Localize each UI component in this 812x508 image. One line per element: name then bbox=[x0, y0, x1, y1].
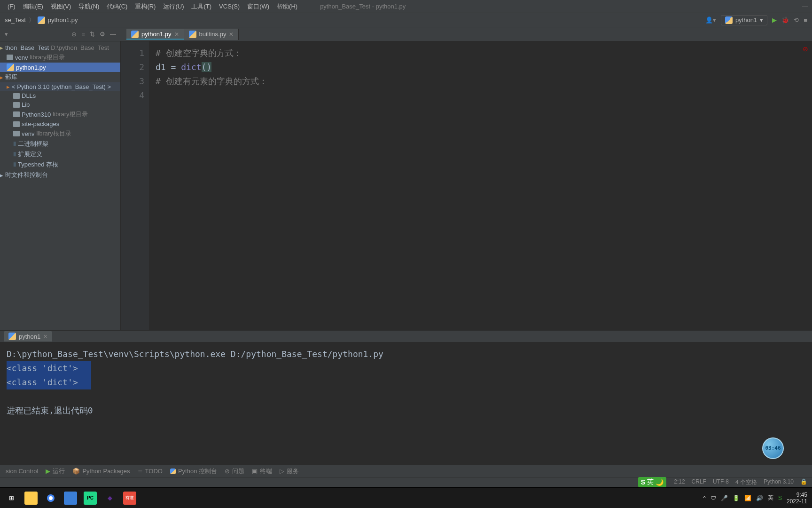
tree-item[interactable]: ⫴ 扩展定义 bbox=[0, 149, 120, 159]
locate-icon[interactable]: ⊕ bbox=[71, 31, 77, 38]
ime-badge[interactable]: S英🌙 bbox=[638, 477, 666, 487]
tree-item[interactable]: ▸ < Python 3.10 (python_Base_Test) > bbox=[0, 82, 120, 91]
taskbar-youdao[interactable]: 有道 bbox=[123, 492, 136, 505]
tool-services[interactable]: ▷服务 bbox=[280, 467, 299, 476]
menu-view[interactable]: 视图(V) bbox=[47, 0, 75, 13]
tool-problems[interactable]: ⊘问题 bbox=[225, 467, 244, 476]
tray-mic-icon[interactable]: 🎤 bbox=[721, 495, 728, 501]
breadcrumb-file[interactable]: python1.py bbox=[48, 16, 78, 24]
dropdown-icon[interactable]: ▾ bbox=[5, 31, 8, 38]
tree-item[interactable]: DLLs bbox=[0, 91, 120, 100]
close-tab-icon[interactable]: ✕ bbox=[229, 31, 234, 38]
tray-wifi-icon[interactable]: 📶 bbox=[744, 495, 751, 501]
breadcrumb-root[interactable]: se_Test bbox=[5, 16, 26, 24]
menu-help[interactable]: 帮助(H) bbox=[273, 0, 301, 13]
run-with-coverage-button[interactable]: ⟲ bbox=[794, 16, 799, 24]
debug-button[interactable]: 🐞 bbox=[781, 16, 789, 24]
editor-tab-python1[interactable]: python1.py ✕ bbox=[126, 29, 184, 40]
run-button[interactable]: ▶ bbox=[772, 16, 777, 24]
close-tab-icon[interactable]: ✕ bbox=[174, 31, 179, 38]
gear-icon[interactable]: ⚙ bbox=[100, 31, 105, 38]
tray-clock[interactable]: 9:45 2022-11 bbox=[787, 492, 807, 505]
menu-navigate[interactable]: 导航(N) bbox=[75, 0, 103, 13]
menu-tools[interactable]: 工具(T) bbox=[187, 0, 215, 13]
tree-item[interactable]: ⫴ Typeshed 存根 bbox=[0, 159, 120, 170]
console-line[interactable]: 进程已结束,退出代码0 bbox=[7, 404, 805, 418]
status-encoding[interactable]: UTF-8 bbox=[713, 478, 729, 486]
console-line[interactable] bbox=[7, 389, 805, 404]
tree-item[interactable]: Python310 library根目录 bbox=[0, 109, 120, 119]
tree-item[interactable]: Lib bbox=[0, 100, 120, 109]
tray-volume-icon[interactable]: 🔊 bbox=[756, 495, 763, 501]
close-run-tab-icon[interactable]: ✕ bbox=[43, 333, 47, 340]
tray-sogou-icon[interactable]: S bbox=[778, 495, 782, 501]
taskbar-task-view[interactable]: ⊞ bbox=[5, 492, 18, 505]
tree-label: < Python 3.10 (python_Base_Test) > bbox=[12, 83, 111, 90]
tool-version-control[interactable]: sion Control bbox=[6, 468, 38, 475]
status-cursor-position[interactable]: 2:12 bbox=[674, 478, 685, 486]
code-line[interactable]: # 创建有元素的字典的方式： bbox=[156, 74, 805, 88]
win-minimize[interactable]: — bbox=[802, 3, 808, 10]
console-line[interactable]: <class 'dict'> bbox=[7, 361, 805, 375]
taskbar-vscode[interactable]: ◆ bbox=[103, 492, 117, 505]
user-icon[interactable]: 👤▾ bbox=[705, 16, 716, 24]
taskbar-explorer[interactable] bbox=[24, 492, 38, 505]
menu-window[interactable]: 窗口(W) bbox=[243, 0, 273, 13]
tool-todo[interactable]: ≣TODO bbox=[138, 468, 163, 475]
collapse-all-icon[interactable]: ≡ bbox=[81, 31, 85, 38]
menu-run[interactable]: 运行(U) bbox=[159, 0, 187, 13]
tree-label: venv bbox=[15, 54, 28, 61]
tray-ime[interactable]: 英 bbox=[768, 494, 773, 502]
tray-battery-icon[interactable]: 🔋 bbox=[733, 495, 740, 501]
generic-icon: ▸ bbox=[0, 172, 3, 179]
editor-tab-builtins[interactable]: builtins.py ✕ bbox=[184, 29, 239, 40]
tool-terminal[interactable]: ▣终端 bbox=[252, 467, 272, 476]
code-line[interactable] bbox=[156, 88, 805, 103]
menu-vcs[interactable]: VCS(S) bbox=[215, 1, 243, 12]
tree-item[interactable]: venv library根目录 bbox=[0, 128, 120, 139]
status-indent[interactable]: 4 个空格 bbox=[735, 478, 757, 486]
code-editor[interactable]: 1234 # 创建空字典的方式：d1 = dict()# 创建有元素的字典的方式… bbox=[121, 41, 812, 330]
stubs-icon: ⫴ bbox=[13, 151, 16, 158]
tray-expand-icon[interactable]: ^ bbox=[703, 495, 706, 501]
code-line[interactable]: d1 = dict() bbox=[156, 60, 805, 74]
tool-python-packages[interactable]: 📦Python Packages bbox=[72, 468, 130, 475]
tree-item[interactable]: ▸ 部库 bbox=[0, 72, 120, 82]
tree-item[interactable]: ▸ thon_Base_Test D:\python_Base_Test bbox=[0, 43, 120, 52]
menu-code[interactable]: 代码(C) bbox=[103, 0, 131, 13]
status-lock-icon[interactable]: 🔒 bbox=[800, 478, 807, 486]
tree-item[interactable]: ⫴ 二进制框架 bbox=[0, 139, 120, 149]
status-interpreter[interactable]: Python 3.10 bbox=[764, 478, 794, 486]
run-console[interactable]: D:\python_Base_Test\venv\Scripts\python.… bbox=[0, 342, 812, 465]
breadcrumb[interactable]: se_Test 〉 python1.py bbox=[5, 16, 705, 24]
error-indicator-icon[interactable]: ⊘ bbox=[803, 45, 808, 53]
menu-refactor[interactable]: 重构(R) bbox=[131, 0, 159, 13]
main-menubar: (F) 编辑(E) 视图(V) 导航(N) 代码(C) 重构(R) 运行(U) … bbox=[0, 0, 812, 13]
taskbar-app1[interactable] bbox=[64, 492, 77, 505]
timer-badge: 03:46 bbox=[762, 437, 784, 459]
taskbar-pycharm[interactable]: PC bbox=[84, 492, 97, 505]
status-line-separator[interactable]: CRLF bbox=[692, 478, 706, 486]
tree-item[interactable]: site-packages bbox=[0, 119, 120, 128]
run-tab-python1[interactable]: python1 ✕ bbox=[4, 331, 52, 341]
tree-item[interactable]: venv library根目录 bbox=[0, 52, 120, 63]
editor-sub-bar: ▾ ⊕ ≡ ⇅ ⚙ — python1.py ✕ builtins.py ✕ bbox=[0, 27, 812, 41]
tray-shield-icon[interactable]: 🛡 bbox=[710, 495, 716, 501]
tool-run[interactable]: ▶运行 bbox=[46, 467, 65, 476]
tree-item[interactable]: python1.py bbox=[0, 63, 120, 72]
code-line[interactable]: # 创建空字典的方式： bbox=[156, 46, 805, 60]
tool-python-console[interactable]: Python 控制台 bbox=[170, 467, 217, 476]
code-content[interactable]: # 创建空字典的方式：d1 = dict()# 创建有元素的字典的方式： bbox=[149, 41, 812, 330]
menu-file[interactable]: (F) bbox=[4, 1, 19, 12]
tree-item[interactable]: ▸ 时文件和控制台 bbox=[0, 170, 120, 180]
taskbar-chrome[interactable] bbox=[44, 492, 57, 505]
menu-edit[interactable]: 编辑(E) bbox=[19, 0, 47, 13]
console-line[interactable]: <class 'dict'> bbox=[7, 375, 805, 389]
run-configuration-selector[interactable]: python1 ▾ bbox=[721, 15, 767, 25]
project-tree[interactable]: ▸ thon_Base_Test D:\python_Base_Test ven… bbox=[0, 41, 120, 330]
console-line[interactable]: D:\python_Base_Test\venv\Scripts\python.… bbox=[7, 347, 805, 361]
library-icon: ▸ bbox=[0, 74, 3, 81]
expand-icon[interactable]: ⇅ bbox=[90, 31, 95, 38]
minimize-panel-icon[interactable]: — bbox=[110, 31, 116, 38]
stop-button[interactable]: ■ bbox=[804, 16, 807, 24]
